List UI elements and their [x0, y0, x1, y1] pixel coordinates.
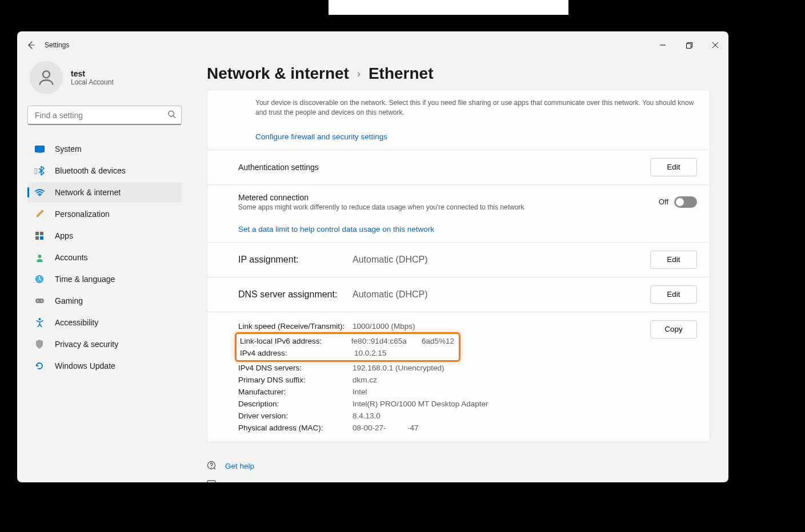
search-input[interactable]	[27, 106, 182, 125]
svg-rect-8	[38, 152, 42, 153]
system-icon	[34, 146, 45, 153]
maximize-button[interactable]	[676, 31, 702, 59]
network-profile-section: Your device is discoverable on the netwo…	[207, 90, 710, 150]
shield-icon	[34, 340, 45, 349]
svg-rect-7	[35, 146, 44, 152]
ip-edit-button[interactable]: Edit	[650, 251, 697, 269]
user-account-type: Local Account	[71, 78, 114, 86]
dns-edit-button[interactable]: Edit	[650, 285, 697, 304]
svg-rect-1	[686, 43, 691, 48]
sidebar-item-label: Privacy & security	[55, 340, 118, 349]
auth-edit-button[interactable]: Edit	[650, 158, 697, 176]
update-icon	[34, 361, 45, 370]
sidebar-item-time[interactable]: Time & language	[27, 269, 182, 289]
sidebar-item-gaming[interactable]: Gaming	[27, 291, 182, 311]
metered-toggle[interactable]	[674, 196, 697, 208]
detail-row-suffix: Primary DNS suffix: dkm.cz	[238, 374, 650, 386]
data-limit-link[interactable]: Set a data limit to help control data us…	[238, 225, 434, 233]
metered-section: Metered connection Some apps might work …	[207, 185, 710, 243]
svg-rect-10	[35, 232, 39, 235]
dns-assignment-label: DNS server assignment:	[238, 289, 353, 300]
minimize-button[interactable]	[650, 31, 676, 59]
breadcrumb: Network & internet › Ethernet	[207, 65, 710, 83]
help-icon	[207, 461, 217, 472]
firewall-link[interactable]: Configure firewall and security settings	[255, 132, 387, 141]
bluetooth-icon: 	[34, 166, 45, 176]
svg-point-9	[39, 195, 40, 196]
titlebar: Settings	[17, 31, 728, 59]
detail-row-linkspeed: Link speed (Receive/Transmit): 1000/1000…	[238, 320, 650, 332]
give-feedback-link[interactable]: Give feedback	[225, 481, 274, 482]
sidebar-item-privacy[interactable]: Privacy & security	[27, 334, 182, 354]
gaming-icon	[34, 297, 45, 304]
metered-sublabel: Some apps might work differently to redu…	[238, 203, 524, 211]
chevron-right-icon: ›	[357, 68, 361, 80]
detail-row-ipv4: IPv4 address: 10.0.2.15	[237, 347, 454, 359]
sidebar-item-accessibility[interactable]: Accessibility	[27, 312, 182, 333]
search-icon	[167, 110, 176, 121]
feedback-icon	[207, 480, 217, 482]
svg-rect-16	[35, 299, 44, 303]
sidebar-item-label: Gaming	[55, 296, 83, 305]
ip-assignment-label: IP assignment:	[238, 255, 353, 265]
sidebar-item-label: System	[55, 144, 82, 154]
detail-row-ipv6: Link-local IPv6 address: fe80::91d4:c65a…	[237, 335, 454, 347]
get-help-link[interactable]: Get help	[225, 462, 254, 470]
wifi-icon	[34, 189, 45, 196]
svg-rect-22	[207, 481, 215, 482]
brush-icon	[34, 209, 45, 219]
sidebar-item-system[interactable]: System	[27, 139, 182, 159]
settings-window: Settings test Local Account	[17, 31, 728, 482]
svg-point-5	[169, 111, 174, 116]
feedback-row: Give feedback	[207, 480, 710, 482]
sidebar-item-bluetooth[interactable]:  Bluetooth & devices	[27, 160, 182, 181]
accessibility-icon	[34, 318, 45, 327]
decorative-block	[329, 0, 568, 15]
dns-assignment-value: Automatic (DHCP)	[353, 289, 428, 300]
breadcrumb-parent[interactable]: Network & internet	[207, 65, 349, 83]
get-help-row: Get help	[207, 461, 710, 472]
svg-point-4	[43, 71, 50, 78]
sidebar-item-personalization[interactable]: Personalization	[27, 204, 182, 224]
search-box	[27, 106, 182, 125]
sidebar-item-label: Windows Update	[55, 361, 115, 370]
window-controls	[650, 31, 728, 59]
sidebar-item-network[interactable]: Network & internet	[27, 182, 182, 203]
dns-assignment-section[interactable]: DNS server assignment: Automatic (DHCP) …	[207, 277, 710, 312]
svg-point-17	[37, 300, 38, 301]
detail-row-dnsservers: IPv4 DNS servers: 192.168.0.1 (Unencrypt…	[238, 362, 650, 374]
sidebar-item-update[interactable]: Windows Update	[27, 356, 182, 376]
connection-details-section: Link speed (Receive/Transmit): 1000/1000…	[207, 312, 710, 442]
svg-rect-13	[40, 236, 43, 240]
auth-label: Authentication settings	[238, 163, 319, 172]
svg-rect-12	[35, 236, 39, 240]
settings-panel: Your device is discoverable on the netwo…	[207, 90, 710, 442]
sidebar-item-label: Accessibility	[55, 318, 98, 327]
detail-row-mac: Physical address (MAC): 08-00-27- -47	[238, 422, 650, 434]
sidebar-item-apps[interactable]: Apps	[27, 225, 182, 246]
ip-assignment-section[interactable]: IP assignment: Automatic (DHCP) Edit	[207, 243, 710, 277]
window-title: Settings	[45, 41, 69, 49]
user-name: test	[71, 69, 114, 78]
svg-point-19	[38, 318, 41, 320]
sidebar-item-accounts[interactable]: Accounts	[27, 247, 182, 268]
metered-label: Metered connection	[238, 193, 524, 202]
back-button[interactable]	[25, 39, 37, 51]
svg-point-21	[211, 467, 212, 468]
footer-links: Get help Give feedback	[207, 461, 710, 482]
svg-line-6	[173, 116, 175, 118]
authentication-section[interactable]: Authentication settings Edit	[207, 150, 710, 185]
sidebar-item-label: Apps	[55, 231, 73, 240]
apps-icon	[34, 232, 45, 240]
sidebar-item-label: Bluetooth & devices	[55, 166, 126, 175]
user-block[interactable]: test Local Account	[27, 59, 182, 106]
sidebar-item-label: Time & language	[55, 275, 115, 284]
close-button[interactable]	[702, 31, 728, 59]
detail-row-driver: Driver version: 8.4.13.0	[238, 410, 650, 422]
detail-row-manufacturer: Manufacturer: Intel	[238, 386, 650, 398]
metered-toggle-state: Off	[659, 198, 668, 206]
sidebar: test Local Account System  Bluetooth & …	[17, 59, 189, 482]
copy-button[interactable]: Copy	[650, 320, 697, 338]
highlighted-ip-box: Link-local IPv6 address: fe80::91d4:c65a…	[235, 332, 460, 362]
globe-clock-icon	[34, 275, 45, 284]
